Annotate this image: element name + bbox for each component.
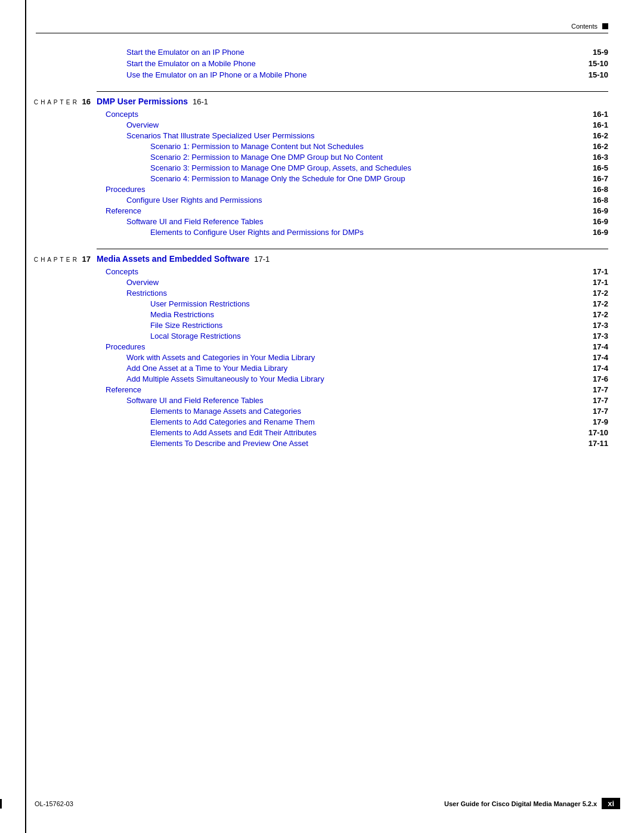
ch16-page-s2: 16-3 bbox=[593, 153, 608, 162]
header-contents-label: Contents bbox=[571, 23, 597, 30]
ch17-page-reference: 17-7 bbox=[593, 385, 608, 394]
ch16-entry-s2: Scenario 2: Permission to Manage One DMP… bbox=[25, 153, 608, 162]
chapter-16-title[interactable]: DMP User Permissions bbox=[97, 97, 188, 106]
chapter-16-label: C H A P T E R bbox=[34, 99, 78, 106]
ch16-page-overview: 16-1 bbox=[593, 120, 608, 129]
ch16-entries: Concepts 16-1 Overview 16-1 bbox=[25, 110, 608, 237]
ch17-entry-file-size: File Size Restrictions 17-3 bbox=[25, 321, 608, 330]
ch17-entry-add-one: Add One Asset at a Time to Your Media Li… bbox=[25, 364, 608, 373]
chapter-16-section: C H A P T E R 16 DMP User Permissions 16… bbox=[25, 91, 608, 237]
ch16-link-scenarios[interactable]: Scenarios That Illustrate Specialized Us… bbox=[126, 131, 315, 140]
ch16-page-s1: 16-2 bbox=[593, 142, 608, 151]
intro-entries: Start the Emulator on an IP Phone 15-9 S… bbox=[25, 48, 608, 79]
ch16-entry-overview: Overview 16-1 bbox=[25, 120, 608, 129]
ch16-link-overview[interactable]: Overview bbox=[126, 120, 159, 129]
ch17-link-elements-add-assets[interactable]: Elements to Add Assets and Edit Their At… bbox=[150, 428, 317, 437]
intro-link-1[interactable]: Start the Emulator on a Mobile Phone bbox=[126, 59, 256, 68]
ch17-page-local-storage: 17-3 bbox=[593, 332, 608, 340]
ch16-page-concepts: 16-1 bbox=[593, 110, 608, 119]
ch17-page-restrictions: 17-2 bbox=[593, 289, 608, 298]
chapter-16-page: 16-1 bbox=[193, 97, 208, 106]
ch16-entry-sw-ui: Software UI and Field Reference Tables 1… bbox=[25, 217, 608, 226]
ch17-entry-user-perm: User Permission Restrictions 17-2 bbox=[25, 299, 608, 308]
ch17-page-overview: 17-1 bbox=[593, 278, 608, 287]
ch16-page-reference: 16-9 bbox=[593, 206, 608, 215]
ch17-link-elements-describe[interactable]: Elements To Describe and Preview One Ass… bbox=[150, 439, 308, 448]
intro-link-2[interactable]: Use the Emulator on an IP Phone or a Mob… bbox=[126, 70, 307, 79]
ch17-page-sw-ui: 17-7 bbox=[593, 396, 608, 405]
footer-right: User Guide for Cisco Digital Media Manag… bbox=[444, 798, 632, 809]
ch16-entry-reference: Reference 16-9 bbox=[25, 206, 608, 215]
intro-link-0[interactable]: Start the Emulator on an IP Phone bbox=[126, 48, 244, 57]
ch16-link-configure[interactable]: Configure User Rights and Permissions bbox=[126, 196, 262, 205]
ch17-link-restrictions[interactable]: Restrictions bbox=[126, 289, 167, 298]
ch17-link-user-perm[interactable]: User Permission Restrictions bbox=[150, 299, 250, 308]
footer-guide-title: User Guide for Cisco Digital Media Manag… bbox=[444, 800, 597, 807]
ch17-entry-procedures: Procedures 17-4 bbox=[25, 342, 608, 351]
footer-page-label: xi bbox=[602, 798, 620, 809]
ch17-link-file-size[interactable]: File Size Restrictions bbox=[150, 321, 222, 330]
ch16-link-reference[interactable]: Reference bbox=[106, 206, 141, 215]
chapter-17-number: 17 bbox=[82, 255, 91, 264]
ch17-link-reference[interactable]: Reference bbox=[106, 385, 141, 394]
ch16-link-sw-ui[interactable]: Software UI and Field Reference Tables bbox=[126, 217, 264, 226]
ch17-link-add-multiple[interactable]: Add Multiple Assets Simultaneously to Yo… bbox=[126, 374, 324, 383]
ch17-entry-concepts: Concepts 17-1 bbox=[25, 267, 608, 276]
footer-doc-number: OL-15762-03 bbox=[35, 800, 73, 807]
ch17-page-elements-add-cat: 17-9 bbox=[593, 417, 608, 426]
chapter-16-separator bbox=[97, 91, 608, 92]
ch16-link-concepts[interactable]: Concepts bbox=[106, 110, 138, 119]
ch17-link-media-rest[interactable]: Media Restrictions bbox=[150, 310, 214, 319]
ch17-page-file-size: 17-3 bbox=[593, 321, 608, 330]
ch17-page-add-one: 17-4 bbox=[593, 364, 608, 373]
ch16-link-s4[interactable]: Scenario 4: Permission to Manage Only th… bbox=[150, 174, 405, 183]
footer-left: OL-15762-03 bbox=[0, 799, 73, 809]
chapter-16-row: C H A P T E R 16 DMP User Permissions 16… bbox=[25, 97, 608, 106]
chapter-17-page: 17-1 bbox=[254, 255, 270, 264]
ch16-page-s4: 16-7 bbox=[593, 174, 608, 183]
ch17-link-work-assets[interactable]: Work with Assets and Categories in Your … bbox=[126, 353, 315, 362]
intro-entry-1: Start the Emulator on a Mobile Phone 15-… bbox=[25, 59, 608, 68]
ch17-link-overview[interactable]: Overview bbox=[126, 278, 159, 287]
ch16-page-sw-ui: 16-9 bbox=[593, 217, 608, 226]
ch16-link-s2[interactable]: Scenario 2: Permission to Manage One DMP… bbox=[150, 153, 383, 162]
intro-page-1: 15-10 bbox=[589, 59, 608, 68]
chapter-17-separator bbox=[97, 249, 608, 249]
ch17-entries: Concepts 17-1 Overview 17-1 bbox=[25, 267, 608, 448]
ch16-entry-s3: Scenario 3: Permission to Manage One DMP… bbox=[25, 163, 608, 172]
ch16-page-configure: 16-8 bbox=[593, 196, 608, 205]
ch16-entry-concepts: Concepts 16-1 bbox=[25, 110, 608, 119]
ch16-link-s3[interactable]: Scenario 3: Permission to Manage One DMP… bbox=[150, 163, 411, 172]
ch17-page-add-multiple: 17-6 bbox=[593, 374, 608, 383]
ch17-link-elements-add-cat[interactable]: Elements to Add Categories and Rename Th… bbox=[150, 417, 315, 426]
ch17-entry-sw-ui: Software UI and Field Reference Tables 1… bbox=[25, 396, 608, 405]
ch17-link-elements-manage[interactable]: Elements to Manage Assets and Categories bbox=[150, 407, 301, 416]
ch16-link-elements-config[interactable]: Elements to Configure User Rights and Pe… bbox=[150, 228, 364, 237]
ch16-entry-s4: Scenario 4: Permission to Manage Only th… bbox=[25, 174, 608, 183]
ch17-entry-reference: Reference 17-7 bbox=[25, 385, 608, 394]
ch16-entry-elements-config: Elements to Configure User Rights and Pe… bbox=[25, 228, 608, 237]
ch17-entry-elements-manage: Elements to Manage Assets and Categories… bbox=[25, 407, 608, 416]
ch16-page-s3: 16-5 bbox=[593, 163, 608, 172]
chapter-17-row: C H A P T E R 17 Media Assets and Embedd… bbox=[25, 254, 608, 264]
ch17-entry-elements-describe: Elements To Describe and Preview One Ass… bbox=[25, 439, 608, 448]
ch17-link-procedures[interactable]: Procedures bbox=[106, 342, 145, 351]
ch17-entry-media-rest: Media Restrictions 17-2 bbox=[25, 310, 608, 319]
ch17-entry-restrictions: Restrictions 17-2 bbox=[25, 289, 608, 298]
main-content: Start the Emulator on an IP Phone 15-9 S… bbox=[25, 48, 608, 450]
ch16-entry-configure: Configure User Rights and Permissions 16… bbox=[25, 196, 608, 205]
ch17-link-local-storage[interactable]: Local Storage Restrictions bbox=[150, 332, 241, 340]
chapter-17-section: C H A P T E R 17 Media Assets and Embedd… bbox=[25, 249, 608, 448]
ch17-page-elements-add-assets: 17-10 bbox=[589, 428, 608, 437]
ch17-entry-overview: Overview 17-1 bbox=[25, 278, 608, 287]
ch17-link-add-one[interactable]: Add One Asset at a Time to Your Media Li… bbox=[126, 364, 287, 373]
ch17-link-concepts[interactable]: Concepts bbox=[106, 267, 138, 276]
ch16-link-procedures[interactable]: Procedures bbox=[106, 185, 145, 194]
chapter-16-number: 16 bbox=[82, 97, 91, 106]
ch16-page-scenarios: 16-2 bbox=[593, 131, 608, 140]
ch17-page-elements-describe: 17-11 bbox=[589, 439, 608, 448]
chapter-17-title[interactable]: Media Assets and Embedded Software bbox=[97, 254, 249, 264]
ch16-link-s1[interactable]: Scenario 1: Permission to Manage Content… bbox=[150, 142, 364, 151]
footer: OL-15762-03 User Guide for Cisco Digital… bbox=[0, 798, 644, 809]
ch17-link-sw-ui[interactable]: Software UI and Field Reference Tables bbox=[126, 396, 264, 405]
